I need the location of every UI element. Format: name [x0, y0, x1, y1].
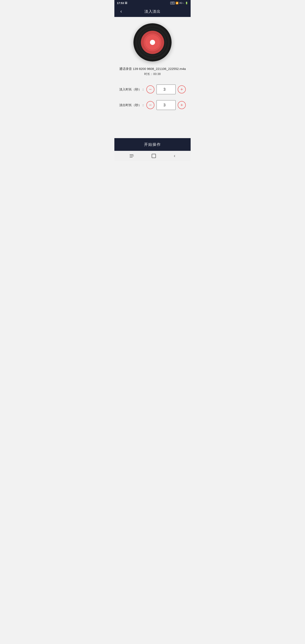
photo-icon: 🖼 [125, 2, 127, 4]
fade-in-increment-button[interactable]: + [178, 85, 186, 94]
vinyl-disc [134, 23, 172, 62]
nav-home-button[interactable] [152, 154, 156, 158]
status-left: 17:53 🖼 [117, 2, 127, 5]
back-button[interactable]: ‹ [118, 8, 124, 15]
plus-icon-2: + [180, 103, 183, 108]
fade-in-input[interactable] [156, 84, 176, 94]
minus-icon-2: − [149, 103, 152, 108]
vinyl-groove-4 [140, 30, 165, 55]
fade-out-decrement-button[interactable]: − [146, 101, 154, 109]
hd-badge: HD [170, 2, 174, 4]
status-time: 17:53 [117, 2, 124, 5]
start-action-bar[interactable]: 开始操作 [114, 138, 190, 151]
minus-icon: − [149, 87, 152, 92]
file-name: 通话录音 139 8200 9608_221106_222552.m4a [119, 66, 186, 71]
plus-icon: + [180, 87, 183, 92]
fade-out-input[interactable] [156, 100, 176, 110]
fade-out-increment-button[interactable]: + [178, 101, 186, 109]
vinyl-record [134, 23, 172, 62]
signal-icon: 4G↑↓ [180, 2, 184, 4]
wifi-icon: 📶 [176, 2, 178, 4]
nav-bar: ‹ [114, 151, 190, 161]
fade-in-label: 淡入时长（秒）： [119, 88, 145, 92]
fade-out-label: 淡出时长（秒）： [119, 103, 145, 107]
fade-in-decrement-button[interactable]: − [146, 85, 154, 94]
menu-icon [130, 154, 134, 158]
status-right: HD 📶 4G↑↓ 🔋 [170, 2, 188, 4]
main-content: 通话录音 139 8200 9608_221106_222552.m4a 时长：… [114, 17, 190, 138]
nav-menu-button[interactable] [130, 154, 134, 158]
start-button-label: 开始操作 [144, 142, 161, 147]
battery-icon: 🔋 [185, 2, 188, 4]
fade-in-row: 淡入时长（秒）： − + [118, 84, 186, 94]
back-nav-icon: ‹ [174, 153, 176, 159]
nav-back-button[interactable]: ‹ [174, 153, 176, 159]
home-icon [152, 154, 156, 158]
page-title: 淡入淡出 [144, 9, 160, 14]
status-bar: 17:53 🖼 HD 📶 4G↑↓ 🔋 [114, 0, 190, 6]
header: ‹ 淡入淡出 [114, 6, 190, 17]
file-duration: 时长：00:38 [144, 72, 160, 76]
fade-out-row: 淡出时长（秒）： − + [118, 100, 186, 110]
